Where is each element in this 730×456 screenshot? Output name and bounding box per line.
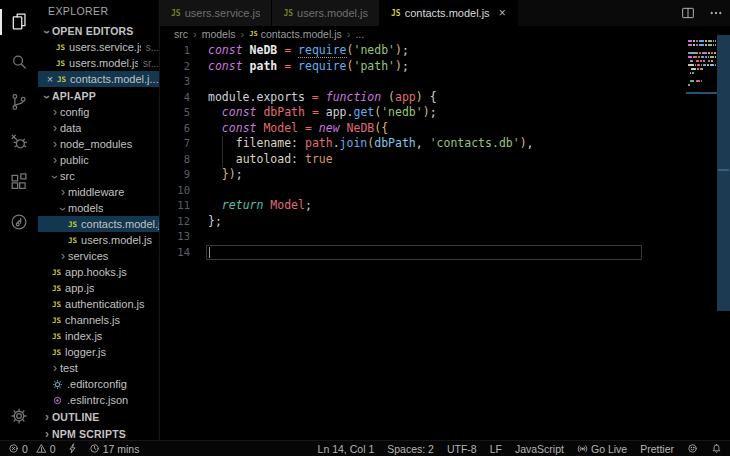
chevron-down-icon: ›: [58, 204, 68, 214]
source-control-icon[interactable]: [0, 82, 38, 122]
tree-folder-public[interactable]: ›public: [38, 152, 159, 168]
encoding-setting[interactable]: UTF-8: [447, 443, 477, 455]
chevron-right-icon: ›: [50, 363, 60, 373]
close-icon[interactable]: ×: [499, 7, 506, 19]
tree-file-contacts.model.js[interactable]: JScontacts.model.js: [38, 216, 159, 232]
eol-setting[interactable]: LF: [490, 443, 502, 455]
code-text: const Model = new NeDB({: [190, 121, 388, 137]
code-line[interactable]: 12};: [160, 214, 730, 230]
error-icon: [8, 443, 19, 454]
minimap-line: [688, 56, 716, 58]
thunder-client-button[interactable]: [67, 443, 78, 454]
breadcrumb-label: contacts.model.js: [261, 28, 342, 40]
tree-file-users.model.js[interactable]: JSusers.model.js: [38, 232, 159, 248]
code-line[interactable]: 1const NeDB = require('nedb');: [160, 43, 730, 59]
split-editor-icon[interactable]: [680, 5, 696, 21]
line-number: 10: [160, 183, 190, 199]
go-live-button[interactable]: Go Live: [577, 443, 627, 455]
timer-indicator[interactable]: 17 mins: [89, 443, 140, 455]
tab-contacts.model.js[interactable]: JScontacts.model.js×: [380, 0, 518, 26]
minimap-line: [688, 48, 716, 50]
tree-file-app.js[interactable]: JSapp.js: [38, 280, 159, 296]
code-editor[interactable]: 1const NeDB = require('nedb');2const pat…: [160, 43, 730, 440]
explorer-icon[interactable]: [0, 2, 38, 42]
js-file-icon: JS: [52, 268, 61, 277]
open-editor-label: contacts.model.j...: [70, 73, 159, 85]
prettier-button[interactable]: Prettier: [640, 443, 674, 455]
feedback-smiley-icon[interactable]: [687, 443, 698, 454]
breadcrumb-item[interactable]: models: [202, 28, 236, 40]
indentation-setting[interactable]: Spaces: 2: [387, 443, 434, 455]
tree-file-index.js[interactable]: JSindex.js: [38, 328, 159, 344]
section-header-outline[interactable]: ›OUTLINE: [38, 408, 159, 425]
open-editor-item[interactable]: JSusers.service.jss...: [38, 39, 159, 55]
code-line[interactable]: 6 const Model = new NeDB({: [160, 121, 730, 137]
tab-users.model.js[interactable]: JSusers.model.js: [272, 0, 380, 26]
tree-file-.editorconfig[interactable]: .editorconfig: [38, 376, 159, 392]
minimap-line: [688, 88, 716, 90]
open-editor-path: s...: [146, 42, 159, 53]
section-header-npm-scripts[interactable]: ›NPM SCRIPTS: [38, 425, 159, 440]
breadcrumb-label: ...: [355, 28, 364, 40]
tree-item-label: authentication.js: [65, 298, 145, 310]
tree-folder-services[interactable]: ›services: [38, 248, 159, 264]
tree-file-.eslintrc.json[interactable]: .eslintrc.json: [38, 392, 159, 408]
minimap[interactable]: [688, 40, 716, 104]
line-number: 3: [160, 74, 190, 90]
tree-file-channels.js[interactable]: JSchannels.js: [38, 312, 159, 328]
code-line[interactable]: 2const path = require('path');: [160, 59, 730, 75]
tree-file-authentication.js[interactable]: JSauthentication.js: [38, 296, 159, 312]
cursor-position[interactable]: Ln 14, Col 1: [318, 443, 375, 455]
code-line[interactable]: 10: [160, 183, 730, 199]
extensions-icon[interactable]: [0, 162, 38, 202]
problems-indicator[interactable]: 0 0: [8, 443, 56, 455]
minimap-current-line-marker: [686, 92, 718, 94]
tree-file-app.hooks.js[interactable]: JSapp.hooks.js: [38, 264, 159, 280]
manage-gear-icon[interactable]: [0, 396, 38, 436]
line-number: 7: [160, 136, 190, 152]
code-line[interactable]: 14: [160, 245, 730, 261]
open-editors-header[interactable]: › OPEN EDITORS: [38, 22, 159, 39]
code-line[interactable]: 7 filename: path.join(dbPath, 'contacts.…: [160, 136, 730, 152]
tree-folder-node-modules[interactable]: ›node_modules: [38, 136, 159, 152]
circle-extension-icon[interactable]: [0, 202, 38, 242]
code-text: module.exports = function (app) {: [190, 90, 437, 106]
sidebar-title: EXPLORER: [38, 0, 159, 22]
code-line[interactable]: 4module.exports = function (app) {: [160, 90, 730, 106]
language-mode[interactable]: JavaScript: [515, 443, 564, 455]
run-debug-icon[interactable]: [0, 122, 38, 162]
code-text: return Model;: [190, 198, 312, 214]
vertical-scrollbar[interactable]: [717, 35, 730, 311]
js-file-icon: JS: [391, 9, 401, 18]
explorer-sidebar: EXPLORER › OPEN EDITORS JSusers.service.…: [38, 0, 160, 440]
close-icon[interactable]: ×: [44, 73, 56, 85]
code-line[interactable]: 8 autoload: true: [160, 152, 730, 168]
search-icon[interactable]: [0, 42, 38, 82]
tree-folder-src[interactable]: ›src: [38, 168, 159, 184]
breadcrumb-item[interactable]: JScontacts.model.js: [249, 28, 342, 40]
open-editor-item[interactable]: JSusers.model.jssr...: [38, 55, 159, 71]
code-text: });: [190, 167, 243, 183]
tree-folder-config[interactable]: ›config: [38, 104, 159, 120]
tree-folder-middleware[interactable]: ›middleware: [38, 184, 159, 200]
code-line[interactable]: 5 const dbPath = app.get('nedb');: [160, 105, 730, 121]
code-line[interactable]: 9 });: [160, 167, 730, 183]
tree-folder-data[interactable]: ›data: [38, 120, 159, 136]
breadcrumb-item[interactable]: ...: [355, 28, 364, 40]
code-line[interactable]: 3: [160, 74, 730, 90]
code-line[interactable]: 11 return Model;: [160, 198, 730, 214]
tree-file-logger.js[interactable]: JSlogger.js: [38, 344, 159, 360]
minimap-line: [688, 60, 716, 62]
notifications-bell-icon[interactable]: [711, 443, 722, 454]
line-number: 12: [160, 214, 190, 230]
tree-folder-test[interactable]: ›test: [38, 360, 159, 376]
more-actions-icon[interactable]: [708, 5, 724, 21]
code-line[interactable]: 13: [160, 229, 730, 245]
tab-users.service.js[interactable]: JSusers.service.js: [160, 0, 272, 26]
tree-item-label: src: [60, 170, 75, 182]
tree-folder-models[interactable]: ›models: [38, 200, 159, 216]
folder-root-header[interactable]: › API-APP: [38, 87, 159, 104]
open-editor-item[interactable]: ×JScontacts.model.j...: [38, 71, 159, 87]
minimap-line: [688, 44, 716, 46]
breadcrumb-item[interactable]: src: [174, 28, 188, 40]
